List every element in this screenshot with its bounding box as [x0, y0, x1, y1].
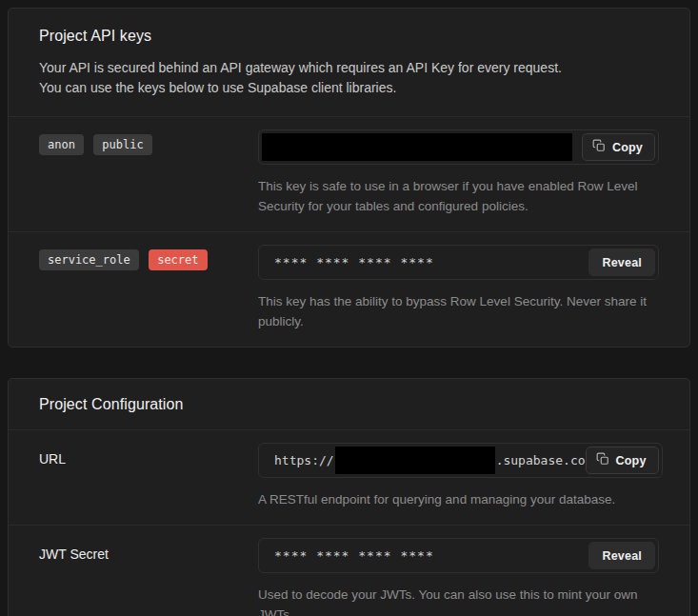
- anon-key-helper-text: This key is safe to use in a browser if …: [258, 176, 659, 216]
- copy-anon-key-button[interactable]: Copy: [582, 133, 655, 161]
- service-role-helper-text: This key has the ability to bypass Row L…: [258, 291, 659, 331]
- url-prefix-text: https://: [274, 453, 334, 467]
- reveal-jwt-secret-button[interactable]: Reveal: [588, 542, 655, 569]
- jwt-secret-input[interactable]: **** **** **** **** Reveal: [258, 538, 659, 573]
- jwt-secret-label-cell: JWT Secret: [39, 538, 258, 616]
- project-url-input[interactable]: https://.supabase.co Copy: [258, 443, 663, 478]
- jwt-secret-label: JWT Secret: [39, 538, 109, 562]
- public-badge: public: [93, 134, 151, 155]
- project-url-label-cell: URL: [39, 443, 258, 509]
- project-url-content: https://.supabase.co Copy A RESTful endp…: [258, 443, 663, 509]
- copy-button-label: Copy: [616, 454, 647, 467]
- project-url-row: URL https://.supabase.co Copy A RESTful …: [9, 429, 689, 525]
- redacted-anon-key-value: [262, 133, 572, 161]
- configuration-title: Project Configuration: [39, 396, 659, 413]
- api-keys-header: Project API keys Your API is secured beh…: [9, 9, 689, 116]
- secret-badge: secret: [149, 249, 207, 270]
- jwt-secret-masked-value: **** **** **** ****: [274, 548, 434, 563]
- anon-key-content: Copy This key is safe to use in a browse…: [258, 129, 659, 216]
- api-keys-description: Your API is secured behind an API gatewa…: [39, 58, 659, 98]
- service-role-key-input[interactable]: **** **** **** **** Reveal: [258, 245, 659, 280]
- copy-icon: [596, 452, 609, 468]
- service-role-badge: service_role: [39, 249, 139, 270]
- project-url-label: URL: [39, 443, 66, 467]
- anon-key-row: anon public Copy This key is safe to use…: [9, 116, 689, 231]
- api-keys-description-line1: Your API is secured behind an API gatewa…: [39, 58, 659, 78]
- project-api-keys-card: Project API keys Your API is secured beh…: [8, 8, 690, 348]
- service-role-masked-value: **** **** **** ****: [274, 255, 434, 269]
- anon-key-badges: anon public: [39, 129, 258, 216]
- url-suffix-text: .supabase.co: [496, 453, 586, 467]
- anon-key-input[interactable]: Copy: [258, 129, 659, 165]
- jwt-secret-helper-text: Used to decode your JWTs. You can also u…: [258, 585, 659, 616]
- project-configuration-card: Project Configuration URL https://.supab…: [8, 378, 690, 616]
- configuration-header: Project Configuration: [9, 379, 689, 429]
- reveal-button-label: Reveal: [602, 549, 642, 563]
- service-role-badges: service_role secret: [39, 245, 258, 331]
- copy-project-url-button[interactable]: Copy: [586, 447, 659, 474]
- service-role-key-row: service_role secret **** **** **** **** …: [9, 231, 689, 347]
- copy-button-label: Copy: [612, 141, 643, 154]
- reveal-service-role-key-button[interactable]: Reveal: [588, 248, 655, 276]
- anon-badge: anon: [39, 134, 84, 155]
- api-keys-description-line2: You can use the keys below to use Supaba…: [39, 78, 659, 98]
- api-keys-title: Project API keys: [39, 28, 659, 45]
- redacted-project-ref: [335, 447, 495, 474]
- copy-icon: [592, 139, 606, 155]
- jwt-secret-row: JWT Secret **** **** **** **** Reveal Us…: [9, 525, 689, 616]
- service-role-content: **** **** **** **** Reveal This key has …: [258, 245, 659, 331]
- project-url-helper-text: A RESTful endpoint for querying and mana…: [258, 489, 663, 509]
- reveal-button-label: Reveal: [602, 256, 642, 269]
- jwt-secret-content: **** **** **** **** Reveal Used to decod…: [258, 538, 659, 616]
